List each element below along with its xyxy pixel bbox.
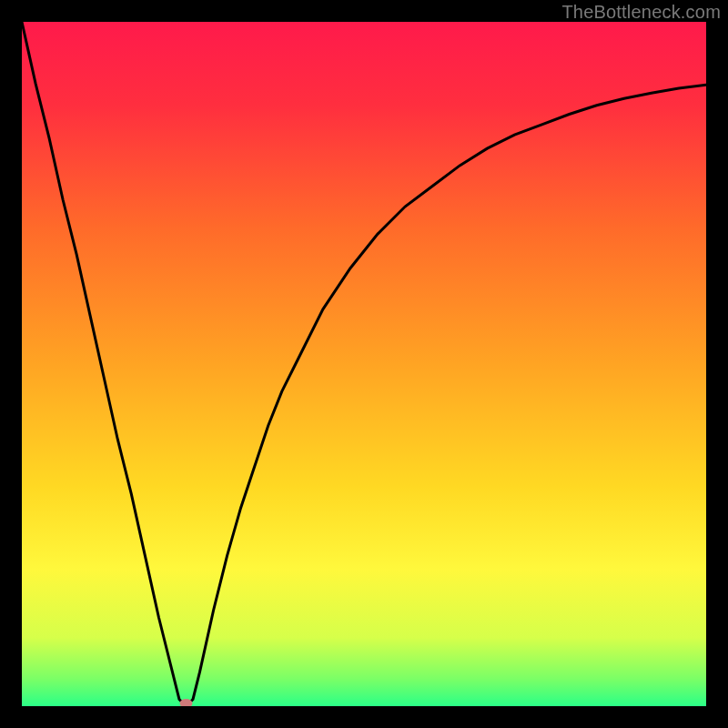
watermark-text: TheBottleneck.com [561, 2, 721, 23]
chart-frame [22, 22, 706, 706]
chart-svg [22, 22, 706, 706]
gradient-background [22, 22, 706, 706]
